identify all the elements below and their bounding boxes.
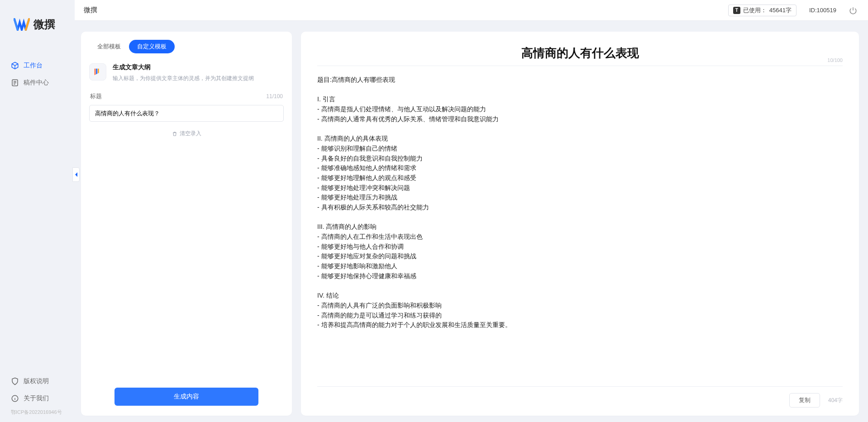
generate-button[interactable]: 生成内容: [114, 388, 258, 406]
tab-label: 自定义模板: [137, 43, 167, 50]
clear-input-button[interactable]: 清空录入: [81, 122, 292, 146]
tab-label: 全部模板: [97, 43, 121, 50]
usage-value: 45641字: [769, 6, 792, 14]
collapse-sidebar-button[interactable]: [72, 167, 80, 182]
char-count: 11/100: [266, 93, 283, 100]
template-title: 生成文章大纲: [113, 63, 254, 71]
sidebar-bottom: 版权说明 关于我们 鄂ICP备2022016946号: [0, 373, 75, 422]
page-title: 微撰: [84, 6, 97, 14]
copy-button-label: 复制: [799, 397, 811, 403]
sidebar-item-label: 稿件中心: [24, 79, 49, 87]
preview-title: 高情商的人有什么表现: [521, 45, 639, 61]
copy-button[interactable]: 复制: [789, 393, 820, 408]
logo-text: 微撰: [33, 17, 55, 32]
generate-button-label: 生成内容: [174, 393, 199, 400]
sidebar-item-label: 版权说明: [24, 377, 49, 385]
document-icon: [11, 79, 19, 87]
template-tabs: 全部模板 自定义模板: [81, 32, 292, 53]
tab-custom-templates[interactable]: 自定义模板: [129, 40, 175, 53]
usage-badge[interactable]: T 已使用：45641字: [728, 5, 796, 16]
clear-label: 清空录入: [180, 130, 201, 138]
icp-text: 鄂ICP备2022016946号: [0, 407, 75, 416]
sidebar-item-drafts[interactable]: 稿件中心: [0, 74, 75, 91]
chevron-left-icon: [74, 172, 78, 177]
power-icon[interactable]: [849, 6, 857, 14]
books-icon: [89, 63, 106, 81]
user-id: ID:100519: [809, 7, 836, 14]
cube-icon: [11, 62, 19, 70]
template-desc: 输入标题，为你提供文章主体的灵感，并为其创建推文提纲: [113, 74, 254, 82]
sidebar-item-label: 工作台: [24, 62, 43, 70]
main-nav: 工作台 稿件中心: [0, 41, 75, 373]
trash-icon: [172, 131, 177, 137]
sidebar-item-about[interactable]: 关于我们: [0, 390, 75, 407]
logo: 微撰: [0, 0, 75, 41]
shield-icon: [11, 377, 19, 385]
field-label: 标题: [90, 92, 102, 100]
sidebar-item-copyright[interactable]: 版权说明: [0, 373, 75, 390]
preview-title-count: 10/100: [827, 57, 843, 63]
usage-label: 已使用：: [743, 6, 767, 14]
header: 微撰 T 已使用：45641字 ID:100519: [75, 0, 868, 21]
title-input[interactable]: [89, 105, 284, 122]
sidebar: 微撰 工作台 稿件中心 版权说明: [0, 0, 75, 422]
template-card: 生成文章大纲 输入标题，为你提供文章主体的灵感，并为其创建推文提纲: [81, 53, 292, 86]
info-icon: [11, 394, 19, 403]
logo-mark-icon: [14, 18, 30, 31]
preview-body[interactable]: 题目:高情商的人有哪些表现 I. 引言 - 高情商是指人们处理情绪、与他人互动以…: [317, 66, 843, 386]
title-field: 标题 11/100: [81, 86, 292, 122]
sidebar-item-workspace[interactable]: 工作台: [0, 57, 75, 74]
word-count: 404字: [828, 397, 843, 404]
tab-all-templates[interactable]: 全部模板: [89, 40, 129, 53]
sidebar-item-label: 关于我们: [24, 394, 49, 403]
preview-panel: 高情商的人有什么表现 10/100 题目:高情商的人有哪些表现 I. 引言 - …: [301, 32, 859, 416]
text-icon: T: [733, 7, 740, 14]
template-panel: 全部模板 自定义模板 生成文章大纲 输入标题，为你提供文章主体的灵感，并为其创建…: [81, 32, 292, 416]
